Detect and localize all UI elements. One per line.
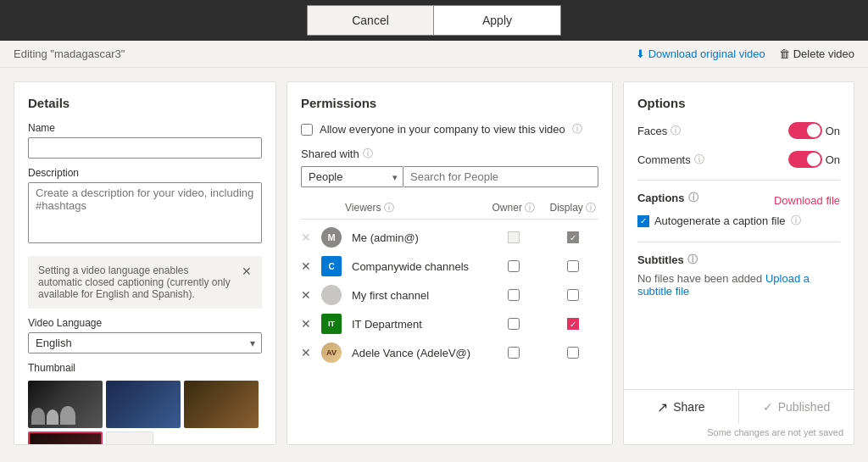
viewer-row-companywide: ✕ C Companywide channels xyxy=(301,252,598,281)
display-col-label: Display ⓘ xyxy=(548,201,598,215)
owner-checkbox-mychannel[interactable] xyxy=(508,289,520,301)
autogenerate-checkbox[interactable]: ✓ xyxy=(637,215,649,227)
viewer-remove-companywide[interactable]: ✕ xyxy=(301,259,321,273)
apply-button[interactable]: Apply xyxy=(434,5,561,36)
share-button[interactable]: ↗ Share xyxy=(624,390,738,424)
editing-title: Editing "madagascar3" xyxy=(14,47,125,60)
owner-cell-itdept xyxy=(480,318,548,330)
sub-header-actions: ⬇ Download original video 🗑 Delete video xyxy=(636,47,854,60)
owner-cell-me xyxy=(480,231,548,243)
shared-with-row: People ▾ xyxy=(301,166,598,187)
faces-label: Faces xyxy=(637,125,667,137)
no-files-label: No files have been added xyxy=(637,272,762,285)
thumbnail-2[interactable] xyxy=(106,381,181,428)
divider-2 xyxy=(637,242,840,242)
divider-1 xyxy=(637,180,840,181)
viewer-name-itdept: IT Department xyxy=(345,318,480,331)
display-checkbox-adele[interactable] xyxy=(567,347,579,359)
subtitles-row: No files have been added Upload a subtit… xyxy=(637,272,840,298)
owner-checkbox-me xyxy=(508,231,520,243)
allow-everyone-checkbox[interactable] xyxy=(301,124,313,136)
options-footer: ↗ Share ✓ Published xyxy=(624,389,854,424)
comments-toggle-wrapper: On xyxy=(788,151,840,168)
display-cell-itdept: ✓ xyxy=(548,318,598,330)
permissions-title: Permissions xyxy=(301,96,598,110)
comments-label-group: Comments ⓘ xyxy=(637,153,704,167)
captions-header-row: Captions ⓘ Download file xyxy=(637,191,840,210)
captions-title: Captions ⓘ xyxy=(637,191,698,205)
display-cell-adele xyxy=(548,347,598,359)
download-file-link[interactable]: Download file xyxy=(774,194,840,207)
viewer-remove-mychannel[interactable]: ✕ xyxy=(301,288,321,302)
viewer-row-itdept: ✕ IT IT Department ✓ xyxy=(301,309,598,338)
name-input[interactable]: madagascar3 xyxy=(28,137,262,159)
display-checkbox-mychannel[interactable] xyxy=(567,289,579,301)
faces-row: Faces ⓘ On xyxy=(637,122,840,139)
search-people-input[interactable] xyxy=(403,166,598,187)
viewer-remove-me: ✕ xyxy=(301,231,321,244)
owner-checkbox-itdept[interactable] xyxy=(508,318,520,330)
comments-toggle[interactable] xyxy=(788,151,822,168)
shared-with-label: Shared with xyxy=(301,148,359,160)
delete-video-link[interactable]: 🗑 Delete video xyxy=(779,47,854,60)
thumbnail-add-button[interactable]: + xyxy=(106,431,153,445)
shared-dropdown-wrapper: People ▾ xyxy=(301,166,403,187)
subtitles-title: Subtitles ⓘ xyxy=(637,253,840,267)
thumbnail-grid: + xyxy=(28,381,262,445)
trash-icon: 🗑 xyxy=(779,47,790,60)
viewer-name-adele: Adele Vance (AdeleV@) xyxy=(345,347,480,359)
info-box-close[interactable]: ✕ xyxy=(242,264,252,278)
allow-everyone-row: Allow everyone in your company to view t… xyxy=(301,122,598,136)
download-video-link[interactable]: ⬇ Download original video xyxy=(636,47,765,60)
viewer-avatar-itdept: IT xyxy=(321,314,342,334)
comments-info-icon: ⓘ xyxy=(694,153,704,167)
comments-row: Comments ⓘ On xyxy=(637,151,840,168)
share-icon: ↗ xyxy=(657,399,668,415)
viewer-remove-itdept[interactable]: ✕ xyxy=(301,317,321,331)
toolbar: Cancel Apply xyxy=(0,0,868,41)
options-panel: Options Faces ⓘ On Comments xyxy=(623,81,854,445)
shared-with-dropdown[interactable]: People xyxy=(301,166,403,187)
autogenerate-row: ✓ Autogenerate a caption file ⓘ xyxy=(637,214,840,228)
faces-toggle-wrapper: On xyxy=(788,122,840,139)
faces-info-icon: ⓘ xyxy=(670,124,681,138)
owner-checkbox-companywide[interactable] xyxy=(508,260,520,272)
viewers-header: Viewers ⓘ Owner ⓘ Display ⓘ xyxy=(301,198,598,220)
video-language-label: Video Language xyxy=(28,317,262,329)
video-language-select[interactable]: English xyxy=(28,332,262,353)
allow-info-icon: ⓘ xyxy=(572,122,582,136)
info-box: Setting a video language enables automat… xyxy=(28,256,262,309)
captions-section: Captions ⓘ Download file ✓ Autogenerate … xyxy=(637,191,840,228)
comments-on-label: On xyxy=(826,153,840,166)
viewer-name-companywide: Companywide channels xyxy=(345,260,480,273)
thumbnail-4-selected[interactable] xyxy=(28,431,103,445)
name-label: Name xyxy=(28,122,262,134)
owner-cell-mychannel xyxy=(480,289,548,301)
viewers-col-label: Viewers ⓘ xyxy=(301,201,480,215)
subtitles-info-icon: ⓘ xyxy=(687,253,698,267)
faces-on-label: On xyxy=(826,125,840,137)
owner-checkbox-adele[interactable] xyxy=(508,347,520,359)
display-checkbox-me: ✓ xyxy=(567,231,579,243)
permissions-panel: Permissions Allow everyone in your compa… xyxy=(287,81,613,445)
cancel-button[interactable]: Cancel xyxy=(307,5,434,36)
shared-with-info-icon: ⓘ xyxy=(363,147,373,161)
description-input[interactable] xyxy=(28,182,262,243)
display-checkbox-companywide[interactable] xyxy=(567,260,579,272)
footer-note: Some changes are not yet saved xyxy=(624,424,854,444)
viewer-row-adele: ✕ AV Adele Vance (AdeleV@) xyxy=(301,338,598,367)
shared-with-label-row: Shared with ⓘ xyxy=(301,147,598,161)
viewer-avatar-adele: AV xyxy=(321,342,342,363)
viewer-remove-adele[interactable]: ✕ xyxy=(301,346,321,359)
faces-label-group: Faces ⓘ xyxy=(637,124,681,138)
viewer-row-me: ✕ M Me (admin@) ✓ xyxy=(301,223,598,252)
faces-toggle[interactable] xyxy=(788,122,822,139)
options-title: Options xyxy=(637,96,840,110)
thumbnail-1[interactable] xyxy=(28,381,103,428)
thumbnail-3[interactable] xyxy=(184,381,259,428)
display-checkbox-itdept-checked[interactable]: ✓ xyxy=(567,318,579,330)
sub-header: Editing "madagascar3" ⬇ Download origina… xyxy=(0,41,868,68)
details-panel: Details Name madagascar3 Description Set… xyxy=(14,81,276,445)
captions-info-icon: ⓘ xyxy=(688,191,698,205)
autogenerate-info-icon: ⓘ xyxy=(791,214,801,228)
